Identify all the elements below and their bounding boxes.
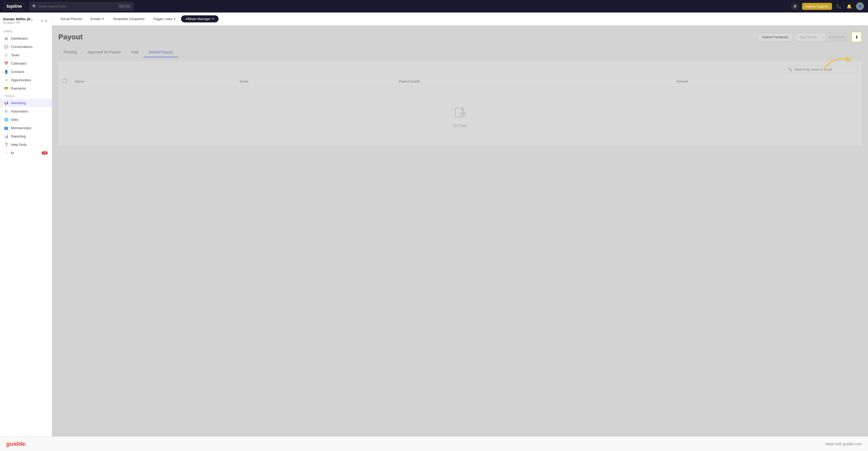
sidebar-item-dashboard[interactable]: ▦ Dashboard (0, 34, 52, 42)
opportunities-icon: ◎ (4, 78, 8, 82)
search-icon: 🔍 (32, 4, 36, 8)
no-data-row: No Data (58, 87, 862, 147)
table-container: 🔍 Name Email Payout month Amou (58, 61, 862, 147)
payout-tabs: Pending Approved for Payout Paid Denied … (58, 47, 862, 57)
sidebar-item-sites[interactable]: 🌐 Sites (0, 115, 52, 124)
sidebar-item-calendars[interactable]: 📅 Calendars (0, 59, 52, 67)
sidebar-item-more[interactable]: ⋯ M 15 (0, 149, 52, 157)
sidebar-item-memberships[interactable]: 👥 Memberships (0, 124, 52, 132)
sidebar-item-marketing[interactable]: 📢 Marketing (0, 99, 52, 107)
sidebar-item-label: Opportunities (11, 78, 31, 82)
col-name: Name (71, 76, 236, 87)
chevron-down-icon: ▼ (212, 18, 214, 20)
submit-feedback-button[interactable]: Submit Feedback (757, 33, 793, 41)
tab-denied[interactable]: Denied Payout (144, 47, 178, 57)
bell-icon[interactable]: 🔔 (846, 3, 853, 10)
topbar-search-input[interactable] (38, 4, 116, 8)
topbar-search-container: 🔍 Ctrl + K (29, 2, 134, 10)
footer: guidde. Made with guidde.com (0, 437, 868, 451)
sidebar-item-label: Marketing (11, 101, 26, 105)
tab-approved[interactable]: Approved for Payout (82, 47, 126, 57)
sidebar: Dunder Mifflin (D... Scranton, PA ▼ ⊡ Ap… (0, 12, 52, 437)
marketing-icon: 📢 (4, 101, 8, 105)
date-range-arrow: → (820, 35, 825, 39)
sub-nav-templates[interactable]: Templates (Snippets) (110, 15, 148, 22)
sidebar-item-label: Tasks (11, 53, 20, 57)
more-badge: 15 (42, 151, 48, 155)
sidebar-item-label: Payments (11, 87, 26, 90)
download-button[interactable]: ⬇ (851, 32, 862, 42)
sidebar-item-tasks[interactable]: ☑ Tasks (0, 51, 52, 59)
date-start: Start Month (796, 33, 820, 41)
sidebar-item-label: Calendars (11, 61, 26, 65)
tab-pending[interactable]: Pending (58, 47, 82, 57)
sub-nav-label: Social Planner (60, 17, 82, 21)
sidebar-item-contacts[interactable]: 👤 Contacts (0, 67, 52, 76)
tab-paid[interactable]: Paid (126, 47, 144, 57)
footer-text: Made with guidde.com (825, 442, 862, 446)
calendars-icon: 📅 (4, 61, 8, 65)
tools-section-label: Tools (0, 92, 52, 99)
table-search-input[interactable] (794, 67, 854, 71)
automation-icon: ⚙ (4, 109, 8, 113)
sidebar-item-label: Reporting (11, 134, 26, 138)
download-icon: ⬇ (855, 35, 858, 40)
sidebar-item-label: Memberships (11, 126, 31, 130)
sidebar-item-helpdesk[interactable]: ❓ Help Desk (0, 140, 52, 149)
sidebar-item-payments[interactable]: 💳 Payments (0, 84, 52, 92)
table-search-bar: 🔍 (58, 61, 862, 73)
helpdesk-icon: ❓ (4, 142, 8, 147)
footer-logo: guidde. (6, 441, 27, 447)
sidebar-item-label: Dashboard (11, 36, 28, 40)
dashboard-icon: ▦ (4, 36, 8, 40)
no-data-label: No Data (453, 123, 467, 128)
topbar: topline 🔍 Ctrl + K ⚡ topline Support 📞 🔔… (0, 0, 868, 12)
col-payout-month: Payout month (395, 76, 672, 87)
memberships-icon: 👥 (4, 126, 8, 130)
sidebar-item-reporting[interactable]: 📊 Reporting (0, 132, 52, 140)
apps-section-label: Apps (0, 28, 52, 34)
tasks-icon: ☑ (4, 53, 8, 57)
date-range-picker[interactable]: Start Month → End Month (796, 33, 848, 41)
svg-point-5 (462, 112, 464, 114)
sidebar-item-label: Contacts (11, 70, 24, 74)
sidebar-item-conversations[interactable]: 💬 Conversations (0, 42, 52, 51)
sub-navbar: Social Planner Emails ▼ Templates (Snipp… (52, 12, 868, 26)
content-area: Social Planner Emails ▼ Templates (Snipp… (52, 12, 868, 437)
sidebar-item-label: Conversations (11, 45, 33, 49)
no-data-area: No Data (63, 90, 858, 143)
sidebar-item-label: Help Desk (11, 143, 27, 147)
topbar-logo: topline (4, 3, 24, 10)
sub-nav-trigger-links[interactable]: Trigger Links ▼ (150, 15, 179, 22)
payout-header: Payout Submit Feedback Start Month → End… (58, 32, 862, 42)
support-button[interactable]: topline Support (802, 3, 832, 10)
workspace-selector[interactable]: Dunder Mifflin (D... Scranton, PA ▼ ⊡ (0, 15, 52, 26)
select-all-checkbox[interactable] (63, 79, 67, 83)
sidebar-item-opportunities[interactable]: ◎ Opportunities (0, 76, 52, 84)
conversations-icon: 💬 (4, 44, 8, 49)
sub-nav-label: Emails (91, 17, 101, 21)
workspace-name: Dunder Mifflin (D... (3, 17, 40, 21)
sub-nav-emails[interactable]: Emails ▼ (88, 15, 107, 22)
sub-nav-affiliate-manager[interactable]: Affiliate Manager ▼ (181, 15, 218, 22)
main-layout: Dunder Mifflin (D... Scranton, PA ▼ ⊡ Ap… (0, 12, 868, 437)
col-amount: Amount (672, 76, 862, 87)
col-email: Email (236, 76, 395, 87)
sub-nav-label: Affiliate Manager (185, 17, 211, 21)
chevron-down-icon: ▼ (41, 19, 43, 22)
search-shortcut: Ctrl + K (118, 4, 131, 8)
sub-nav-social-planner[interactable]: Social Planner (57, 15, 86, 22)
search-icon: 🔍 (788, 67, 792, 71)
avatar[interactable]: 👤 (856, 2, 864, 10)
sidebar-item-label: M (11, 151, 14, 155)
sidebar-item-label: Automation (11, 109, 28, 113)
sidebar-item-automation[interactable]: ⚙ Automation (0, 107, 52, 115)
table-search[interactable]: 🔍 (785, 66, 858, 73)
lightning-button[interactable]: ⚡ (791, 2, 799, 10)
payout-table: Name Email Payout month Amount (58, 76, 862, 147)
svg-marker-0 (846, 57, 851, 61)
chevron-down-icon: ▼ (102, 18, 104, 20)
sub-nav-label: Trigger Links (153, 17, 173, 21)
collapse-sidebar-button[interactable]: ⊡ (43, 18, 49, 24)
phone-icon[interactable]: 📞 (835, 3, 842, 10)
